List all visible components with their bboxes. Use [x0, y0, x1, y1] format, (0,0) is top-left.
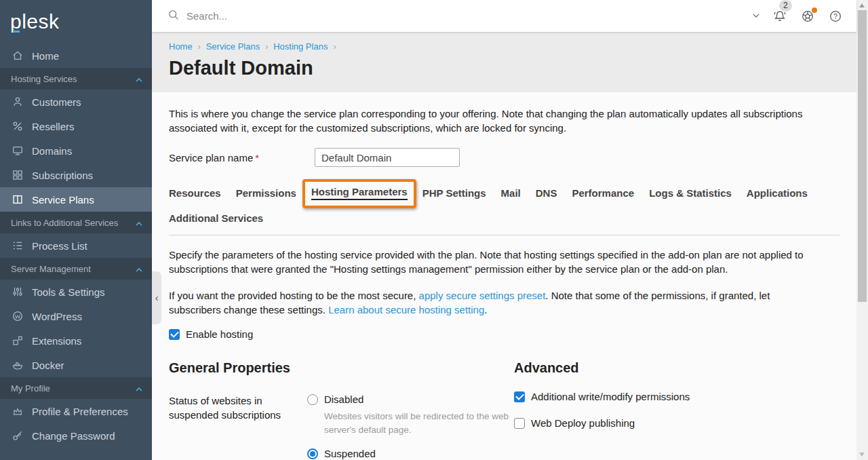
tab-additional-services[interactable]: Additional Services	[169, 211, 263, 225]
search-input[interactable]	[186, 10, 471, 22]
tab-resources[interactable]: Resources	[169, 186, 221, 200]
tab-logs-statistics[interactable]: Logs & Statistics	[649, 186, 732, 200]
hosting-parameters-description: Specify the parameters of the hosting se…	[169, 248, 816, 276]
sidebar-item-label: Tools & Settings	[32, 286, 105, 298]
sidebar-item-process-list[interactable]: Process List	[0, 233, 152, 258]
secure-note: If you want the provided hosting to be t…	[169, 288, 816, 317]
disabled-radio-label[interactable]: Disabled	[324, 394, 363, 405]
vertical-scrollbar[interactable]	[856, 0, 868, 460]
scrollbar-up-arrow-icon[interactable]	[859, 3, 865, 7]
sidebar-collapse-handle[interactable]: ‹	[152, 271, 161, 324]
general-properties-heading: General Properties	[169, 360, 514, 376]
additional-write-modify-checkbox[interactable]	[514, 391, 525, 402]
sidebar-item-docker[interactable]: Docker	[0, 353, 152, 377]
chevron-up-icon	[136, 383, 142, 394]
service-plan-name-label: Service plan name*	[169, 152, 315, 164]
topbar-icons: 2 ?	[753, 9, 843, 24]
extensions-icon	[11, 334, 24, 347]
sidebar-section-links-additional-services[interactable]: Links to Additional Services	[0, 212, 152, 233]
scrollbar-thumb[interactable]	[858, 10, 867, 302]
plesk-logo[interactable]: plesk	[0, 0, 152, 43]
web-deploy-checkbox[interactable]	[514, 418, 525, 429]
sidebar-item-label: Service Plans	[32, 194, 94, 206]
sidebar-item-service-plans[interactable]: Service Plans	[0, 187, 152, 212]
sidebar-item-resellers[interactable]: Resellers	[0, 114, 152, 138]
notifications-bell-icon[interactable]: 2	[772, 9, 787, 24]
tab-permissions[interactable]: Permissions	[236, 186, 296, 200]
service-plan-name-input[interactable]	[315, 148, 460, 167]
breadcrumb-separator: ›	[333, 42, 336, 52]
breadcrumb-hosting-plans[interactable]: Hosting Plans	[273, 41, 328, 52]
sidebar-section-label: My Profile	[11, 383, 50, 394]
additional-write-modify-label[interactable]: Additional write/modify permissions	[531, 391, 690, 402]
breadcrumb-home[interactable]: Home	[169, 41, 193, 52]
general-properties-section: General Properties Status of websites in…	[169, 360, 514, 460]
web-deploy-row: Web Deploy publishing	[514, 417, 840, 429]
globe-icon[interactable]	[800, 9, 815, 24]
chevron-up-icon	[136, 74, 142, 84]
chevron-left-icon: ‹	[155, 292, 159, 303]
breadcrumb-service-plans[interactable]: Service Plans	[206, 41, 260, 52]
breadcrumb-separator: ›	[198, 42, 201, 52]
wordpress-icon	[11, 309, 24, 323]
sidebar-item-profile-preferences[interactable]: Profile & Preferences	[0, 399, 152, 423]
apply-secure-settings-link[interactable]: apply secure settings preset	[419, 290, 546, 301]
sidebar-section-hosting-services[interactable]: Hosting Services	[0, 68, 152, 90]
scrollbar-down-arrow-icon[interactable]	[859, 453, 865, 457]
service-plan-name-row: Service plan name*	[169, 148, 840, 167]
breadcrumb: Home › Service Plans › Hosting Plans ›	[169, 41, 840, 52]
suspended-radio-label[interactable]: Suspended	[324, 448, 376, 459]
sidebar-item-wordpress[interactable]: WordPress	[0, 304, 152, 328]
search-box	[167, 9, 753, 23]
chevron-up-icon	[136, 218, 142, 228]
sidebar-section-label: Hosting Services	[11, 74, 77, 84]
status-radio-group: Disabled Websites visitors will be redir…	[307, 394, 514, 460]
advanced-heading: Advanced	[514, 360, 840, 376]
sidebar-section-server-management[interactable]: Server Management	[0, 258, 152, 280]
docker-icon	[11, 358, 24, 372]
disabled-radio[interactable]	[307, 394, 318, 405]
tab-hosting-parameters[interactable]: Hosting Parameters	[311, 185, 408, 202]
tab-performance[interactable]: Performance	[572, 186, 634, 200]
sidebar-item-label: Customers	[32, 96, 81, 108]
service-plans-icon	[11, 193, 24, 206]
sidebar-section-my-profile[interactable]: My Profile	[0, 377, 152, 399]
learn-secure-hosting-link[interactable]: Learn about secure hosting setting	[328, 304, 484, 315]
process-list-icon	[11, 239, 24, 252]
sidebar-item-extensions[interactable]: Extensions	[0, 328, 152, 353]
sidebar-item-change-password[interactable]: Change Password	[0, 423, 152, 448]
help-icon[interactable]: ?	[828, 9, 843, 24]
sidebar-item-subscriptions[interactable]: Subscriptions	[0, 163, 152, 187]
suspended-radio[interactable]	[307, 448, 318, 459]
settings-columns: General Properties Status of websites in…	[169, 360, 840, 460]
page-content: This is where you change the service pla…	[152, 92, 856, 460]
disabled-radio-description: Websites visitors will be redirected to …	[324, 410, 514, 437]
sidebar-item-home[interactable]: Home	[0, 43, 152, 68]
chevron-down-icon[interactable]	[753, 14, 760, 18]
page-title: Default Domain	[169, 57, 840, 79]
sidebar-item-label: Domains	[32, 145, 72, 157]
tab-mail[interactable]: Mail	[501, 186, 521, 200]
additional-write-modify-row: Additional write/modify permissions	[514, 391, 840, 402]
tab-dns[interactable]: DNS	[536, 186, 557, 200]
sidebar-item-label: Resellers	[32, 121, 75, 132]
tab-php-settings[interactable]: PHP Settings	[422, 186, 486, 200]
sidebar-section-label: Links to Additional Services	[11, 218, 118, 228]
secure-note-text: .	[484, 304, 487, 315]
sidebar-item-customers[interactable]: Customers	[0, 90, 152, 114]
search-icon	[167, 9, 180, 23]
home-icon	[11, 49, 24, 62]
sidebar: plesk Home Hosting Services Customers Re…	[0, 0, 152, 460]
tab-bar: Resources Permissions Hosting Parameters…	[169, 185, 833, 225]
web-deploy-label[interactable]: Web Deploy publishing	[531, 417, 635, 429]
sidebar-item-label: Change Password	[32, 430, 115, 442]
intro-text: This is where you change the service pla…	[169, 107, 816, 135]
radio-option-suspended: Suspended Websites visitors will be redi…	[307, 448, 514, 460]
sidebar-item-tools-settings[interactable]: Tools & Settings	[0, 280, 152, 304]
tab-applications[interactable]: Applications	[747, 186, 808, 200]
sidebar-item-domains[interactable]: Domains	[0, 138, 152, 163]
enable-hosting-checkbox[interactable]	[169, 329, 180, 340]
service-plan-name-label-text: Service plan name	[169, 152, 253, 164]
enable-hosting-label[interactable]: Enable hosting	[186, 328, 253, 340]
sidebar-item-label: WordPress	[32, 311, 82, 322]
